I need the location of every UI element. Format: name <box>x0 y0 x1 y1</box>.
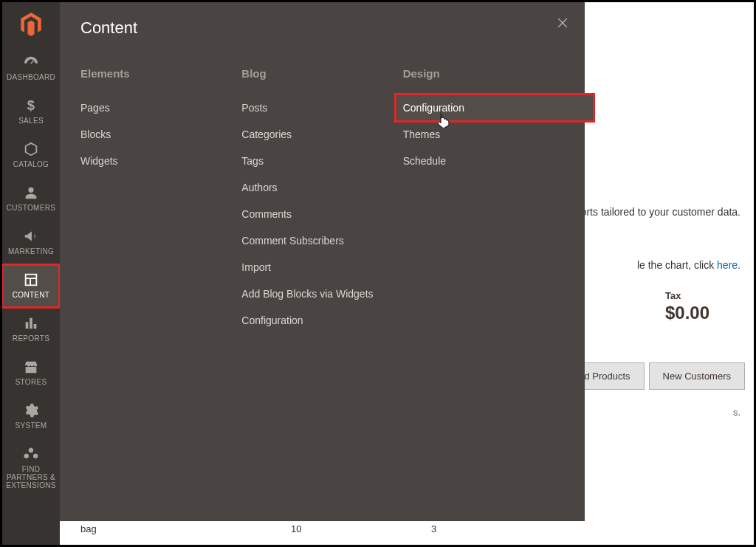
sidebar-item-label: DASHBOARD <box>7 73 55 81</box>
dashboard-tabs: wed Products New Customers <box>558 362 745 390</box>
chart-enable-text: le the chart, click here. <box>637 259 740 271</box>
sidebar-item-partners[interactable]: FIND PARTNERS & EXTENSIONS <box>2 438 60 498</box>
box-icon <box>23 141 39 157</box>
cell-term: bag <box>80 523 291 534</box>
cell-results: 10 <box>291 523 431 534</box>
admin-sidebar: DASHBOARD $ SALES CATALOG CUSTOMERS MARK… <box>2 2 60 545</box>
sidebar-item-label: CATALOG <box>13 160 49 168</box>
flyout-heading-blog: Blog <box>241 67 402 80</box>
flyout-col-elements: Elements Pages Blocks Widgets <box>80 67 241 334</box>
storefront-icon <box>23 359 39 375</box>
magento-logo-icon <box>21 13 41 36</box>
cell-uses: 3 <box>431 523 740 534</box>
close-icon <box>555 16 570 30</box>
chart-enable-link[interactable]: here <box>717 259 738 271</box>
gear-icon <box>23 402 39 419</box>
sidebar-item-customers[interactable]: CUSTOMERS <box>2 177 60 221</box>
sidebar-item-label: SYSTEM <box>16 422 47 430</box>
flyout-col-blog: Blog Posts Categories Tags Authors Comme… <box>241 67 402 334</box>
sidebar-item-system[interactable]: SYSTEM <box>2 395 60 438</box>
menu-item-authors[interactable]: Authors <box>241 174 402 201</box>
bars-icon <box>23 315 39 331</box>
menu-item-comment-subscribers[interactable]: Comment Subscribers <box>241 227 402 254</box>
menu-item-blog-configuration[interactable]: Configuration <box>241 307 402 334</box>
svg-text:$: $ <box>27 97 35 113</box>
menu-item-comments[interactable]: Comments <box>241 201 402 227</box>
tab-new-customers[interactable]: New Customers <box>649 362 745 390</box>
sidebar-item-label: FIND PARTNERS & EXTENSIONS <box>4 465 58 489</box>
person-icon <box>23 185 39 201</box>
megaphone-icon <box>23 228 39 244</box>
menu-item-design-configuration[interactable]: Configuration <box>396 94 594 121</box>
sidebar-item-label: CONTENT <box>13 291 49 299</box>
sidebar-item-catalog[interactable]: CATALOG <box>2 134 60 177</box>
sidebar-item-label: REPORTS <box>13 334 49 343</box>
sidebar-item-dashboard[interactable]: DASHBOARD <box>2 47 60 90</box>
menu-item-themes[interactable]: Themes <box>403 121 564 148</box>
tax-label: Tax <box>665 290 709 301</box>
menu-item-add-blog-blocks[interactable]: Add Blog Blocks via Widgets <box>241 281 402 307</box>
dashboard-icon <box>23 54 39 70</box>
chart-text-prefix: le the chart, click <box>637 259 717 271</box>
sidebar-item-content[interactable]: CONTENT <box>2 264 60 308</box>
sidebar-item-reports[interactable]: REPORTS <box>2 308 60 351</box>
flyout-title: Content <box>80 18 564 38</box>
sidebar-item-label: MARKETING <box>8 247 54 255</box>
content-flyout-panel: Content Elements Pages Blocks Widgets Bl… <box>60 2 585 521</box>
table-row: bag 10 3 <box>80 523 740 534</box>
menu-item-schedule[interactable]: Schedule <box>403 148 564 174</box>
sidebar-item-label: SALES <box>18 117 44 125</box>
dollar-icon: $ <box>23 97 39 114</box>
sidebar-item-label: STORES <box>16 378 47 386</box>
sidebar-item-stores[interactable]: STORES <box>2 351 60 395</box>
cubes-icon <box>23 446 39 462</box>
tax-value: $0.00 <box>665 303 709 323</box>
menu-item-import[interactable]: Import <box>241 254 402 281</box>
tax-summary: Tax $0.00 <box>665 290 709 323</box>
sidebar-item-label: CUSTOMERS <box>7 204 55 212</box>
close-button[interactable] <box>555 16 570 33</box>
flyout-col-design: Design Configuration Themes Schedule <box>403 67 564 334</box>
flyout-heading-elements: Elements <box>80 67 241 80</box>
bi-callout-fragment: reports tailored to your customer data. <box>566 206 740 218</box>
layout-icon <box>23 272 39 288</box>
menu-item-tags[interactable]: Tags <box>241 148 402 174</box>
menu-item-widgets[interactable]: Widgets <box>80 148 241 174</box>
magento-logo[interactable] <box>2 2 60 47</box>
menu-item-categories[interactable]: Categories <box>241 121 402 148</box>
menu-item-posts[interactable]: Posts <box>241 94 402 121</box>
sidebar-item-sales[interactable]: $ SALES <box>2 90 60 134</box>
menu-item-pages[interactable]: Pages <box>80 94 241 121</box>
menu-item-blocks[interactable]: Blocks <box>80 121 241 148</box>
period-fragment: s. <box>733 407 740 418</box>
sidebar-item-marketing[interactable]: MARKETING <box>2 221 60 264</box>
flyout-heading-design: Design <box>403 67 564 80</box>
chart-text-suffix: . <box>738 259 740 271</box>
